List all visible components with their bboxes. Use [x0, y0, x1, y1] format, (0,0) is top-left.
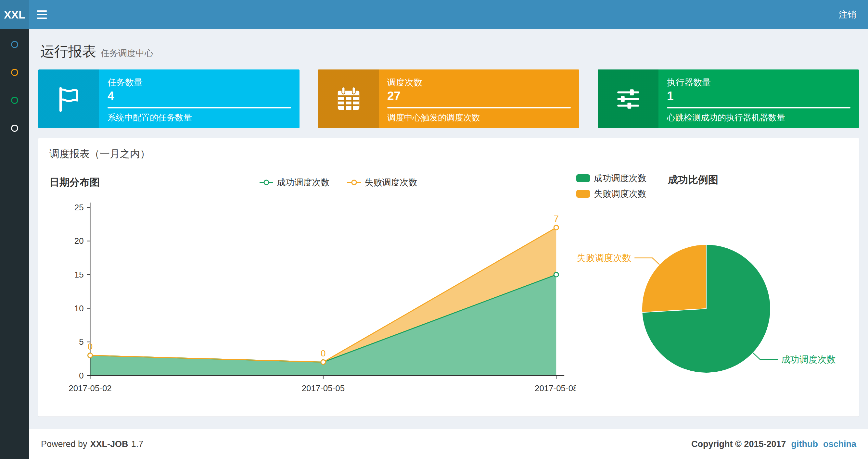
info-box-progress	[387, 107, 571, 108]
sidebar	[0, 29, 29, 459]
svg-text:0: 0	[88, 341, 93, 352]
legend-label: 失败调度次数	[365, 176, 417, 188]
svg-text:0: 0	[79, 371, 84, 380]
report-panel: 调度报表（一月之内） 日期分布图 成功调度次数失败调度次数 0510152025…	[38, 138, 859, 417]
info-boxes-row: 任务数量4系统中配置的任务数量调度次数27调度中心触发的调度次数执行器数量1心跳…	[38, 69, 859, 128]
sidebar-item-1[interactable]	[0, 41, 29, 48]
pie-chart-section: 成功调度次数失败调度次数 成功比例图 失败调度次数成功调度次数	[576, 170, 849, 403]
svg-text:0: 0	[321, 348, 326, 358]
sidebar-item-2[interactable]	[0, 69, 29, 76]
sidebar-item-4[interactable]	[0, 125, 29, 132]
legend-label: 失败调度次数	[594, 188, 647, 200]
info-box-desc: 调度中心触发的调度次数	[387, 112, 571, 123]
line-chart-header: 日期分布图 成功调度次数失败调度次数	[48, 170, 576, 194]
legend-label: 成功调度次数	[277, 176, 330, 188]
pie-legend-item-success[interactable]: 成功调度次数	[576, 172, 647, 184]
main-content: 运行报表 任务调度中心 任务数量4系统中配置的任务数量调度次数27调度中心触发的…	[29, 29, 868, 429]
svg-text:7: 7	[554, 214, 559, 224]
powered-by: Powered by XXL-JOB 1.7	[41, 439, 143, 449]
info-box-2: 调度次数27调度中心触发的调度次数	[318, 69, 579, 128]
info-box-value: 4	[107, 89, 291, 103]
info-box-content: 调度次数27调度中心触发的调度次数	[379, 69, 579, 128]
legend-item-success[interactable]: 成功调度次数	[259, 176, 330, 188]
hamburger-icon	[37, 10, 47, 12]
github-link[interactable]: github	[791, 439, 818, 449]
svg-text:25: 25	[74, 203, 84, 212]
line-series-icon	[347, 179, 362, 186]
circle-o-icon	[11, 41, 18, 48]
sidebar-toggle-button[interactable]	[29, 0, 55, 29]
line-series-icon	[259, 179, 274, 186]
svg-text:2017-05-08: 2017-05-08	[535, 384, 576, 393]
page-subtitle: 任务调度中心	[101, 47, 153, 59]
oschina-link[interactable]: oschina	[823, 439, 856, 449]
svg-text:2017-05-02: 2017-05-02	[68, 384, 112, 393]
content-header: 运行报表 任务调度中心	[38, 29, 859, 69]
logout-link[interactable]: 注销	[827, 0, 868, 29]
navbar-content: 注销	[29, 0, 868, 29]
svg-text:失败调度次数: 失败调度次数	[577, 253, 631, 263]
page-title: 运行报表 任务调度中心	[40, 42, 857, 61]
page-footer: Powered by XXL-JOB 1.7 Copyright © 2015-…	[29, 429, 868, 459]
info-box-3: 执行器数量1心跳检测成功的执行器机器数量	[598, 69, 859, 128]
info-box-value: 1	[667, 89, 850, 103]
svg-text:5: 5	[79, 337, 84, 347]
product-version: 1.7	[131, 439, 144, 449]
sliders-icon	[598, 69, 658, 128]
legend-item-fail[interactable]: 失败调度次数	[347, 176, 417, 188]
line-chart-section: 日期分布图 成功调度次数失败调度次数 05101520252017-05-022…	[48, 170, 576, 403]
info-box-content: 执行器数量1心跳检测成功的执行器机器数量	[658, 69, 859, 128]
svg-text:20: 20	[74, 236, 84, 245]
line-chart-legend: 成功调度次数失败调度次数	[100, 176, 576, 188]
line-chart-title: 日期分布图	[50, 175, 100, 189]
line-chart: 05101520252017-05-022017-05-052017-05-08…	[48, 194, 576, 401]
pie-chart-legend: 成功调度次数失败调度次数	[576, 172, 647, 200]
pie-chart-title: 成功比例图	[668, 173, 718, 187]
legend-swatch	[576, 174, 590, 182]
info-box-1: 任务数量4系统中配置的任务数量	[38, 69, 300, 128]
calendar-icon	[318, 69, 379, 128]
svg-text:成功调度次数: 成功调度次数	[781, 355, 836, 364]
pie-chart-header: 成功调度次数失败调度次数 成功比例图	[576, 170, 849, 202]
info-box-title: 调度次数	[387, 76, 571, 88]
info-box-progress	[107, 107, 291, 108]
svg-text:10: 10	[74, 304, 84, 313]
sidebar-item-3[interactable]	[0, 97, 29, 104]
info-box-title: 任务数量	[107, 76, 291, 88]
panel-title: 调度报表（一月之内）	[38, 138, 859, 163]
top-navbar: XXL 注销	[0, 0, 868, 29]
info-box-content: 任务数量4系统中配置的任务数量	[99, 69, 300, 128]
pie-chart: 失败调度次数成功调度次数	[576, 202, 849, 403]
info-box-desc: 心跳检测成功的执行器机器数量	[667, 112, 850, 123]
svg-text:15: 15	[74, 270, 84, 279]
legend-label: 成功调度次数	[594, 172, 647, 184]
circle-o-icon	[11, 69, 18, 76]
info-box-desc: 系统中配置的任务数量	[107, 112, 291, 123]
copyright-text: Copyright © 2015-2017	[691, 439, 786, 449]
sidebar-menu	[0, 29, 29, 132]
circle-o-icon	[11, 125, 18, 132]
legend-swatch	[576, 190, 590, 198]
svg-text:2017-05-05: 2017-05-05	[302, 384, 345, 393]
flag-icon	[38, 69, 99, 128]
page-title-text: 运行报表	[40, 42, 96, 61]
copyright-area: Copyright © 2015-2017 github oschina	[691, 439, 856, 449]
app-logo[interactable]: XXL	[0, 0, 29, 29]
info-box-title: 执行器数量	[667, 76, 850, 88]
panel-body: 日期分布图 成功调度次数失败调度次数 05101520252017-05-022…	[38, 163, 859, 417]
app-logo-text: XXL	[4, 8, 25, 21]
product-name: XXL-JOB	[90, 439, 128, 449]
info-box-value: 27	[387, 89, 571, 103]
pie-legend-item-fail[interactable]: 失败调度次数	[576, 188, 647, 200]
info-box-progress	[667, 107, 850, 108]
circle-o-icon	[11, 97, 18, 104]
